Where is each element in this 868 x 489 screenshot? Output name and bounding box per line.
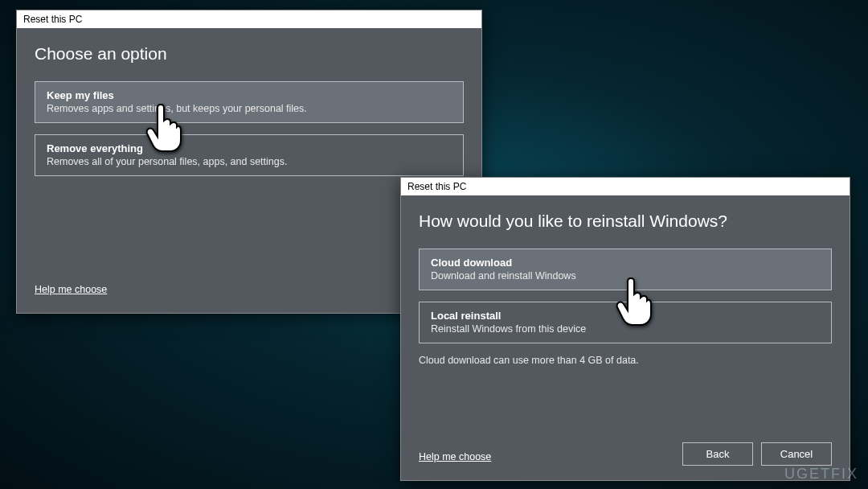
option-desc: Removes apps and settings, but keeps you… <box>47 103 452 114</box>
dialog-body: Choose an option Keep my files Removes a… <box>17 28 481 200</box>
help-me-choose-link[interactable]: Help me choose <box>419 451 491 462</box>
option-remove-everything[interactable]: Remove everything Removes all of your pe… <box>35 134 464 176</box>
option-title: Remove everything <box>47 142 452 154</box>
cursor-pointer-icon <box>143 103 183 155</box>
dialog-button-row: Back Cancel <box>682 442 832 466</box>
option-desc: Removes all of your personal files, apps… <box>47 156 452 167</box>
option-title: Keep my files <box>47 89 452 101</box>
dialog-heading: Choose an option <box>35 44 464 64</box>
option-title: Cloud download <box>431 257 820 269</box>
watermark: UGETFIX <box>784 466 858 483</box>
info-text: Cloud download can use more than 4 GB of… <box>419 355 832 366</box>
cursor-pointer-icon <box>613 277 653 329</box>
dialog-heading: How would you like to reinstall Windows? <box>419 212 832 231</box>
help-me-choose-link[interactable]: Help me choose <box>35 284 107 295</box>
cancel-button[interactable]: Cancel <box>761 442 832 466</box>
dialog-titlebar: Reset this PC <box>401 178 850 195</box>
reset-dialog-reinstall-method: Reset this PC How would you like to rein… <box>400 177 850 481</box>
dialog-titlebar: Reset this PC <box>17 10 481 28</box>
back-button[interactable]: Back <box>682 442 753 466</box>
option-keep-my-files[interactable]: Keep my files Removes apps and settings,… <box>35 81 464 123</box>
